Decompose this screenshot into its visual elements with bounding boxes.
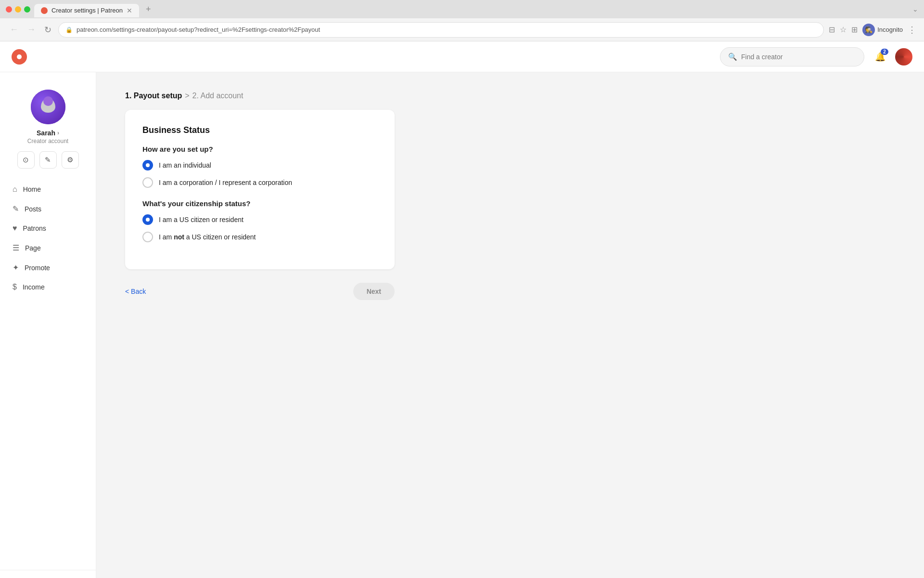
lock-icon: 🔒: [65, 26, 73, 33]
breadcrumb-separator: >: [185, 92, 189, 100]
page-icon: ☰: [13, 243, 19, 252]
app: 🔍 🔔 2: [0, 41, 924, 578]
traffic-lights: [6, 6, 30, 13]
radio-option-corporation[interactable]: I am a corporation / I represent a corpo…: [142, 177, 377, 188]
sidebar-item-patrons-label: Patrons: [23, 224, 46, 232]
sidebar-item-patrons[interactable]: ♥ Patrons: [6, 219, 90, 237]
sidebar-item-page-label: Page: [25, 244, 41, 252]
patrons-icon: ♥: [13, 224, 17, 233]
question-citizenship-label: What's your citizenship status?: [142, 199, 377, 208]
back-link[interactable]: < Back: [125, 288, 146, 295]
posts-icon: ✎: [13, 204, 19, 213]
search-icon: 🔍: [728, 53, 737, 61]
sidebar-item-income[interactable]: $ Income: [6, 278, 90, 296]
sidebar-item-income-label: Income: [23, 283, 45, 291]
form-footer: < Back Next: [125, 283, 395, 300]
sidebar: Sarah › Creator account ⊙ ✎ ⚙ ⌂ Home: [0, 72, 96, 578]
notification-badge: 2: [881, 49, 888, 55]
profile-settings-button[interactable]: ⚙: [62, 151, 79, 169]
logo-icon: [12, 49, 27, 65]
sidebar-item-home-label: Home: [23, 185, 41, 193]
sidebar-item-promote[interactable]: ✦ Promote: [6, 258, 90, 277]
radio-group-citizenship: I am a US citizen or resident I am not a…: [142, 214, 377, 242]
radio-individual-circle: [142, 160, 153, 171]
maximize-traffic-light[interactable]: [24, 6, 30, 13]
radio-group-setup: I am an individual I am a corporation / …: [142, 160, 377, 188]
url-bar[interactable]: 🔒 patreon.com/settings-creator/payout-se…: [58, 22, 824, 38]
radio-us-citizen-label: I am a US citizen or resident: [159, 216, 244, 223]
breadcrumb-step1: 1. Payout setup: [125, 92, 182, 100]
profile-name[interactable]: Sarah ›: [37, 129, 59, 137]
url-text: patreon.com/settings-creator/payout-setu…: [77, 26, 320, 33]
main-content: 1. Payout setup > 2. Add account Busines…: [96, 72, 924, 578]
incognito-avatar: 🕵: [862, 24, 875, 36]
profile-avatar-icon: [31, 90, 65, 124]
tab-favicon: [41, 7, 48, 14]
radio-not-us-citizen-label: I am not a US citizen or resident: [159, 233, 256, 241]
split-view-icon[interactable]: ⊞: [851, 25, 858, 34]
sidebar-item-posts[interactable]: ✎ Posts: [6, 199, 90, 218]
radio-corporation-circle: [142, 177, 153, 188]
reload-button[interactable]: ↻: [42, 23, 53, 37]
bookmark-icon[interactable]: ☆: [840, 25, 847, 34]
address-bar-actions: ⊟ ☆ ⊞ 🕵 Incognito ⋮: [829, 24, 916, 36]
back-nav-button[interactable]: ←: [8, 23, 20, 37]
address-bar: ← → ↻ 🔒 patreon.com/settings-creator/pay…: [0, 18, 924, 41]
search-bar[interactable]: 🔍: [720, 47, 864, 66]
browser-title-bar: Creator settings | Patreon ✕ + ⌄: [0, 0, 924, 18]
top-nav-actions: 🔔 2: [872, 48, 912, 66]
breadcrumb-step2: 2. Add account: [192, 92, 244, 100]
promote-icon: ✦: [13, 263, 19, 272]
profile-chevron-icon: ›: [57, 130, 59, 136]
profile-actions: ⊙ ✎ ⚙: [17, 151, 79, 169]
sidebar-footer: Creator Resources: [0, 570, 96, 578]
radio-not-us-citizen-circle: [142, 232, 153, 242]
sidebar-item-posts-label: Posts: [25, 205, 41, 213]
income-icon: $: [13, 283, 17, 291]
profile-edit-button[interactable]: ✎: [39, 151, 57, 169]
next-button[interactable]: Next: [353, 283, 395, 300]
top-navigation: 🔍 🔔 2: [0, 41, 924, 72]
question-setup-label: How are you set up?: [142, 145, 377, 153]
notification-bell[interactable]: 🔔 2: [872, 49, 888, 65]
form-card: Business Status How are you set up? I am…: [125, 110, 395, 269]
incognito-badge: 🕵 Incognito: [862, 24, 903, 36]
sidebar-item-home[interactable]: ⌂ Home: [6, 180, 90, 198]
incognito-label: Incognito: [877, 26, 903, 33]
profile-visit-button[interactable]: ⊙: [17, 151, 35, 169]
radio-individual-label: I am an individual: [159, 161, 211, 169]
cast-icon[interactable]: ⊟: [829, 25, 835, 34]
sidebar-navigation: ⌂ Home ✎ Posts ♥ Patrons ☰ Page: [0, 180, 96, 296]
forward-nav-button[interactable]: →: [25, 23, 38, 37]
radio-option-individual[interactable]: I am an individual: [142, 160, 377, 171]
section-title: Business Status: [142, 125, 377, 135]
profile-role: Creator account: [27, 138, 68, 144]
radio-option-not-us-citizen[interactable]: I am not a US citizen or resident: [142, 232, 377, 242]
radio-option-us-citizen[interactable]: I am a US citizen or resident: [142, 214, 377, 225]
layout-body: Sarah › Creator account ⊙ ✎ ⚙ ⌂ Home: [0, 72, 924, 578]
user-avatar-image: [895, 48, 912, 66]
sidebar-profile: Sarah › Creator account ⊙ ✎ ⚙: [0, 82, 96, 180]
profile-avatar: [31, 90, 65, 124]
browser-menu-icon[interactable]: ⋮: [908, 25, 916, 35]
sidebar-item-promote-label: Promote: [25, 264, 50, 272]
sidebar-item-page[interactable]: ☰ Page: [6, 238, 90, 257]
minimize-traffic-light[interactable]: [15, 6, 21, 13]
tab-title: Creator settings | Patreon: [51, 7, 123, 14]
active-tab[interactable]: Creator settings | Patreon ✕: [34, 4, 139, 17]
breadcrumb: 1. Payout setup > 2. Add account: [125, 92, 895, 100]
user-avatar[interactable]: [895, 48, 912, 66]
radio-corporation-label: I am a corporation / I represent a corpo…: [159, 179, 292, 186]
browser-collapse-button[interactable]: ⌄: [912, 5, 918, 13]
patreon-logo[interactable]: [12, 49, 27, 65]
new-tab-button[interactable]: +: [141, 1, 156, 17]
search-input[interactable]: [741, 53, 837, 61]
close-traffic-light[interactable]: [6, 6, 12, 13]
home-icon: ⌂: [13, 185, 17, 194]
tab-close-button[interactable]: ✕: [127, 7, 132, 14]
radio-us-citizen-circle: [142, 214, 153, 225]
